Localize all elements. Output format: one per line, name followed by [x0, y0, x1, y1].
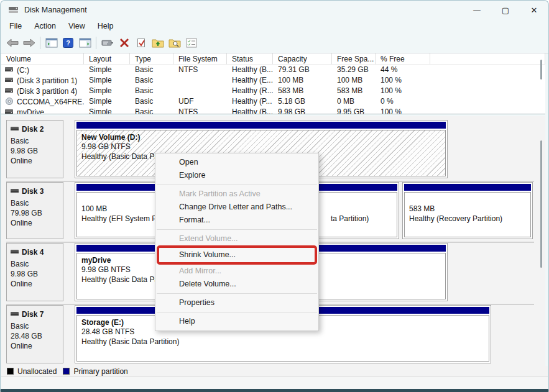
menu-item-change-drive-letter[interactable]: Change Drive Letter and Paths... [155, 201, 318, 214]
toolbar: ? [1, 33, 548, 53]
status-bar [1, 376, 548, 390]
column-header-status[interactable]: Status [227, 53, 273, 65]
cell-type: Basic [130, 86, 173, 96]
drive-icon [5, 76, 14, 85]
toolbar-separator [40, 37, 40, 49]
cell-type: Basic [130, 96, 173, 107]
cell-volume: (Disk 3 partition 4) [17, 87, 77, 96]
disk3-label-panel[interactable]: Disk 3 Basic 79.98 GB Online [6, 182, 63, 239]
disks-scrollbar-thumb[interactable] [540, 140, 542, 268]
disk-status: Online [11, 341, 63, 351]
menu-view[interactable]: View [62, 20, 91, 32]
table-scrollbar-thumb[interactable] [540, 60, 542, 80]
menu-item-delete-volume[interactable]: Delete Volume... [155, 278, 318, 291]
disk-icon [11, 248, 19, 257]
cell-capacity: 583 MB [273, 86, 332, 96]
table-row[interactable]: (C:) Simple Basic NTFS Healthy (B... 79.… [1, 65, 545, 75]
primary-partition-strip [76, 122, 446, 129]
drive-icon [5, 87, 14, 96]
legend-unallocated-label: Unallocated [17, 367, 57, 376]
cell-layout: Simple [84, 65, 130, 75]
menu-item-extend-volume: Extend Volume... [155, 232, 318, 245]
cell-layout: Simple [84, 107, 130, 114]
window-title: Disk Management [24, 6, 87, 14]
disk2-label-panel[interactable]: Disk 2 Basic 9.98 GB Online [6, 120, 63, 178]
column-header-free-space[interactable]: Free Spa... [332, 53, 376, 65]
cell-type: Basic [130, 75, 173, 86]
back-icon[interactable] [4, 35, 21, 51]
cell-free-space: 9.95 GB [332, 107, 376, 114]
cell-free-space: 0 MB [332, 96, 376, 107]
disk-size: 9.98 GB [11, 269, 63, 279]
folder-search-icon[interactable] [166, 35, 183, 51]
unallocated-swatch [7, 368, 14, 375]
menu-file[interactable]: File [3, 20, 28, 32]
disk-type: Basic [11, 136, 63, 146]
legend-bar: Unallocated Primary partition [1, 366, 548, 376]
close-button[interactable]: ✕ [520, 1, 548, 19]
drive-icon [5, 66, 14, 75]
console-window-icon[interactable] [99, 35, 116, 51]
menu-item-help[interactable]: Help [155, 315, 318, 328]
column-header-pct-free[interactable]: % Free [376, 53, 430, 65]
table-row[interactable]: CCCOMA_X64FRE... Simple Basic UDF Health… [1, 96, 545, 107]
disk-icon [11, 310, 19, 319]
column-header-layout[interactable]: Layout [84, 53, 130, 65]
menu-item-open[interactable]: Open [155, 156, 318, 169]
cell-pct-free: 100 % [376, 107, 430, 114]
forward-icon[interactable] [21, 35, 37, 51]
menu-item-add-mirror: Add Mirror... [155, 265, 318, 278]
primary-partition-strip [404, 184, 531, 191]
partition-status: Healthy (Recovery Partition) [409, 214, 526, 224]
table-row[interactable]: (Disk 3 partition 1) Simple Basic Health… [1, 75, 545, 86]
cell-volume: myDrive [17, 108, 44, 114]
partition-size: 583 MB [409, 204, 526, 214]
disk7-label-panel[interactable]: Disk 7 Basic 28.48 GB Online [6, 305, 63, 363]
partition-title [409, 195, 526, 204]
title-bar: Disk Management — ▢ ✕ [1, 1, 548, 19]
table-row[interactable]: myDrive Simple Basic NTFS Healthy (B... … [1, 107, 545, 114]
cell-type: Basic [130, 107, 173, 114]
column-header-volume[interactable]: Volume [1, 53, 84, 65]
partition-recovery[interactable]: 583 MB Healthy (Recovery Partition) [402, 182, 533, 239]
svg-text:?: ? [66, 39, 70, 47]
show-console-tree-icon[interactable] [43, 35, 60, 51]
cell-file-system: UDF [173, 96, 227, 107]
menu-separator [157, 229, 317, 230]
disk-size: 28.48 GB [11, 331, 63, 341]
cell-pct-free: 44 % [376, 65, 430, 75]
menu-separator [157, 312, 317, 312]
help-icon[interactable]: ? [60, 35, 76, 51]
cell-capacity: 79.31 GB [273, 65, 332, 75]
column-header-type[interactable]: Type [130, 53, 173, 65]
menu-item-format[interactable]: Format... [155, 214, 318, 227]
cell-volume: (Disk 3 partition 1) [17, 76, 77, 85]
check-document-icon[interactable] [132, 35, 149, 51]
column-header-file-system[interactable]: File System [173, 53, 227, 65]
table-row[interactable]: (Disk 3 partition 4) Simple Basic Health… [1, 86, 545, 96]
disk-icon [11, 125, 19, 134]
show-action-pane-icon[interactable] [76, 35, 93, 51]
disk-type: Basic [11, 321, 63, 331]
cell-pct-free: 100 % [376, 86, 430, 96]
cell-pct-free: 100 % [376, 75, 430, 86]
column-header-capacity[interactable]: Capacity [273, 53, 332, 65]
disk-name: Disk 2 [22, 125, 44, 134]
menu-action[interactable]: Action [28, 20, 62, 32]
menu-help[interactable]: Help [91, 20, 120, 32]
cell-layout: Simple [84, 75, 130, 86]
menu-item-shrink-volume[interactable]: Shrink Volume... [159, 248, 315, 262]
shrink-volume-highlight: Shrink Volume... [157, 245, 317, 265]
disk4-label-panel[interactable]: Disk 4 Basic 9.98 GB Online [6, 243, 63, 301]
folder-up-icon[interactable] [149, 35, 166, 51]
maximize-button[interactable]: ▢ [491, 1, 520, 19]
menu-item-properties[interactable]: Properties [155, 296, 318, 309]
disk-size: 79.98 GB [11, 208, 63, 218]
disk-name: Disk 7 [22, 310, 44, 319]
delete-volume-icon[interactable] [116, 35, 132, 51]
properties-list-icon[interactable] [183, 35, 200, 51]
minimize-button[interactable]: — [463, 1, 491, 19]
menu-item-explore[interactable]: Explore [155, 169, 318, 182]
disk-management-window: Disk Management — ▢ ✕ File Action View H… [0, 0, 549, 392]
partition-status: Healthy (Basic Data Partition) [81, 337, 484, 347]
